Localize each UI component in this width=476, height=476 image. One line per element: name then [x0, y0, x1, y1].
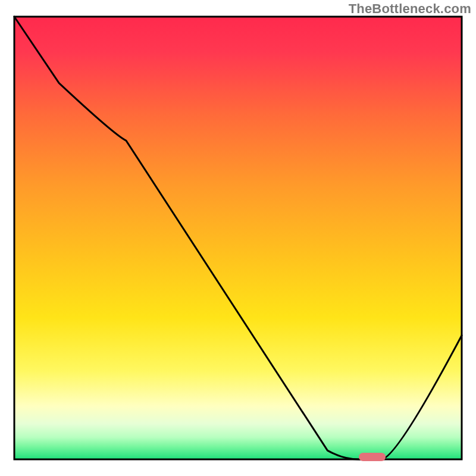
watermark-text: TheBottleneck.com — [349, 1, 471, 17]
plot-area — [14, 17, 462, 459]
chart-container: TheBottleneck.com — [0, 0, 476, 476]
optimal-marker — [359, 453, 386, 461]
bottleneck-curve-plot — [0, 0, 476, 476]
